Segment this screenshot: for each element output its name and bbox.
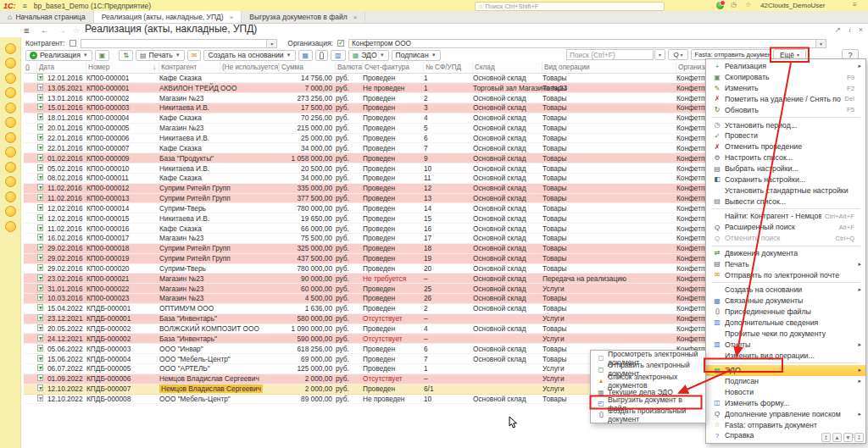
cell-date[interactable]: 31.01.2016 xyxy=(47,285,86,293)
cell-warehouse[interactable]: Основной склад xyxy=(473,164,542,173)
cell-number[interactable]: КП00-000005 xyxy=(86,124,159,132)
cell-sf-number[interactable]: 4 xyxy=(424,113,473,122)
cell-sum[interactable]: 590 000,00 xyxy=(280,335,336,343)
cell-date[interactable]: 05.02.2016 xyxy=(47,164,86,173)
cell-number[interactable]: КП00-000016 xyxy=(86,224,159,233)
cell-currency[interactable]: руб. xyxy=(336,154,363,163)
menu-item-отменить-поиск[interactable]: QОтменить поискCtrl+Q xyxy=(706,233,865,244)
cell-number[interactable]: КП00-000002 xyxy=(86,94,159,102)
cell-warehouse[interactable]: Основной склад xyxy=(473,194,542,202)
cell-invoice-status[interactable]: Проведен xyxy=(363,244,424,252)
cell-invoice-status[interactable]: Проведен xyxy=(363,103,424,112)
cell-number[interactable]: КП00-000019 xyxy=(86,254,159,263)
cell-warehouse[interactable]: Основной склад xyxy=(473,224,542,233)
cell-sf-number[interactable]: 10 xyxy=(424,164,473,173)
cell-operation[interactable]: Товары xyxy=(542,144,676,152)
list-search-input[interactable]: Поиск (Ctrl+F) xyxy=(566,49,654,60)
cell-currency[interactable]: руб. xyxy=(336,184,363,192)
cell-invoice-status[interactable]: Проведен xyxy=(363,285,424,293)
cell-currency[interactable]: руб. xyxy=(336,204,363,213)
cell-contragent[interactable]: Никитаева И.В. xyxy=(159,164,220,173)
cell-sf-number[interactable]: 12 xyxy=(424,184,473,192)
cell-warehouse[interactable]: Основной склад xyxy=(473,94,542,102)
cell-number[interactable]: КПДБ-000005 xyxy=(86,364,159,373)
submenu-item-список-электронных-документов[interactable]: ▴Список электронных документов xyxy=(591,375,705,387)
cell-sf-number[interactable]: 5 xyxy=(424,124,473,132)
cell-contragent[interactable]: ООО "Инвар" xyxy=(159,345,220,353)
cell-contragent[interactable]: База "Инвентарь" xyxy=(159,314,220,323)
cell-warehouse[interactable]: Основной склад xyxy=(473,74,542,82)
cell-number[interactable]: КПДБ-000003 xyxy=(86,345,159,353)
cell-currency[interactable]: руб. xyxy=(336,194,363,202)
section-icon[interactable] xyxy=(5,87,16,98)
cell-contragent[interactable]: ООО "АРТЕЛЬ" xyxy=(159,364,220,373)
cell-currency[interactable]: руб. xyxy=(336,304,363,312)
cell-sum[interactable]: 1 058 000,00 xyxy=(280,154,336,163)
cell-sf-number[interactable]: 10 xyxy=(424,395,473,403)
cell-invoice-status[interactable]: Проведен xyxy=(363,174,424,182)
cell-warehouse[interactable]: Основной склад xyxy=(473,254,542,263)
cell-contragent[interactable]: Магазин №23 xyxy=(159,94,220,102)
cell-contragent[interactable]: ВОЛЖСКИЙ КОМПОЗИТ ООО xyxy=(159,324,220,333)
menu-item-изменить-форму-[interactable]: ◫Изменить форму... xyxy=(706,397,865,408)
cell-date[interactable]: 20.05.2022 xyxy=(47,324,86,333)
cell-sum[interactable]: 780 000,00 xyxy=(280,264,336,273)
cell-sum[interactable]: 780 000,00 xyxy=(280,204,336,213)
cell-invoice-status[interactable]: Проведен xyxy=(363,234,424,242)
menu-item-вывести-список-[interactable]: ▤Вывести список... xyxy=(706,196,865,207)
cell-sum[interactable]: 125 000,00 xyxy=(280,364,336,373)
cell-sum[interactable]: 1 090 000,00 xyxy=(280,324,336,333)
cell-date[interactable]: 23.12.2021 xyxy=(47,314,86,323)
menu-item-реализация[interactable]: +Реализация▸ xyxy=(706,61,865,72)
cell-sf-number[interactable]: 2 xyxy=(424,94,473,102)
cell-sf-number[interactable]: 14 xyxy=(424,204,473,213)
cell-number[interactable]: КП00-000001 xyxy=(86,74,159,82)
cell-number[interactable]: КП00-000015 xyxy=(86,214,159,223)
cell-operation[interactable]: Товары xyxy=(542,194,676,202)
cell-operation[interactable]: Товары xyxy=(542,84,676,92)
cell-contragent[interactable]: Суприм Ритейл Групп xyxy=(159,254,220,263)
cell-currency[interactable]: руб. xyxy=(336,244,363,252)
cell-warehouse[interactable]: Основной склад xyxy=(473,154,542,163)
column-header-sum[interactable]: Сумма xyxy=(280,62,336,73)
cell-operation[interactable]: Товары xyxy=(542,124,676,132)
cell-operation[interactable]: Передача на реализацию xyxy=(542,274,676,283)
menu-item-присоединенные-файлы[interactable]: Присоединенные файлы xyxy=(706,307,865,318)
menu-item-скопировать[interactable]: ▣СкопироватьF9 xyxy=(706,72,865,83)
cell-invoice-status[interactable]: Проведен xyxy=(363,204,424,213)
cell-operation[interactable]: Товары xyxy=(542,264,676,273)
cell-sum[interactable]: 34 000,00 xyxy=(280,144,336,152)
cell-currency[interactable]: руб. xyxy=(336,134,363,142)
menu-item-отправить-по-электронной-почте[interactable]: ✉Отправить по электронной почте xyxy=(706,269,865,280)
cell-invoice-status[interactable]: Проведен xyxy=(363,144,424,152)
search-dropdown-button[interactable]: ▾ xyxy=(654,49,665,60)
cell-date[interactable]: 12.01.2016 xyxy=(47,74,86,82)
cell-number[interactable]: КП00-000021 xyxy=(86,274,159,283)
cell-contragent[interactable]: Кафе Сказка xyxy=(159,144,220,152)
cell-sum[interactable]: 2 000,00 xyxy=(280,384,336,393)
cell-warehouse[interactable]: Основной склад xyxy=(473,294,542,302)
cell-sum[interactable]: 69 000,00 xyxy=(280,355,336,363)
cell-number[interactable]: КПДБ-000004 xyxy=(86,355,159,363)
cell-sum[interactable]: 60 000,00 xyxy=(280,285,336,293)
cell-number[interactable]: КП00-000017 xyxy=(86,234,159,242)
cell-sf-number[interactable]: – xyxy=(424,314,473,323)
column-header-contragent[interactable]: Контрагент xyxy=(159,62,220,73)
cell-currency[interactable]: руб. xyxy=(336,335,363,343)
cell-number[interactable]: КП00-000013 xyxy=(86,194,159,202)
tab-vygruzka[interactable]: Выгрузка документов в файл× xyxy=(242,11,365,23)
cell-contragent[interactable]: Суприм Ритейл Групп xyxy=(159,184,220,192)
cell-date[interactable]: 16.02.2016 xyxy=(47,234,86,242)
cell-contragent[interactable]: База "Продукты" xyxy=(159,154,220,163)
cell-invoice-status[interactable]: Проведен xyxy=(363,154,424,163)
cell-sf-number[interactable]: 18 xyxy=(424,244,473,252)
cell-sum[interactable]: 75 500,00 xyxy=(280,234,336,242)
cell-currency[interactable]: руб. xyxy=(336,395,363,403)
updates-available-icon[interactable] xyxy=(716,2,724,9)
main-menu-icon[interactable]: ≡ xyxy=(23,2,27,10)
cell-number[interactable]: КПДБ-000007 xyxy=(86,384,159,393)
org-choose-button[interactable]: ▾ xyxy=(816,39,826,48)
menu-item-обновить[interactable]: ↻ОбновитьF5 xyxy=(706,104,865,115)
cell-contragent[interactable]: Суприм Ритейл Групп xyxy=(159,194,220,202)
cell-date[interactable]: 01.02.2016 xyxy=(47,154,86,163)
